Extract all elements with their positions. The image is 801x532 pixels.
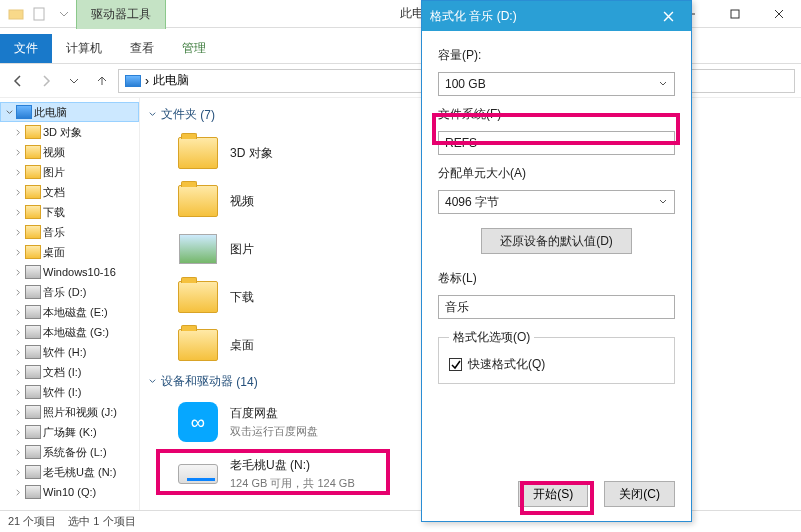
tree-item[interactable]: 文档: [0, 182, 139, 202]
dropdown-icon[interactable]: [56, 6, 72, 22]
pc-icon: [16, 105, 32, 119]
chevron-right-icon[interactable]: [14, 268, 23, 277]
dialog-close-button[interactable]: [653, 1, 683, 31]
tree-item[interactable]: 照片和视频 (J:): [0, 402, 139, 422]
tree-item[interactable]: 图片: [0, 162, 139, 182]
pictures-icon: [179, 234, 217, 264]
chevron-right-icon[interactable]: [14, 368, 23, 377]
capacity-select[interactable]: 100 GB: [438, 72, 675, 96]
quick-access-toolbar: [0, 6, 72, 22]
tree-item[interactable]: 系统备份 (L:): [0, 442, 139, 462]
filesystem-label: 文件系统(F): [438, 106, 675, 123]
tree-item[interactable]: 软件 (I:): [0, 382, 139, 402]
status-item-count: 21 个项目: [8, 514, 56, 529]
nav-history-button[interactable]: [62, 69, 86, 93]
chevron-right-icon[interactable]: [14, 188, 23, 197]
drive-icon: [25, 365, 41, 379]
volume-input[interactable]: 音乐: [438, 295, 675, 319]
drive-icon: [25, 465, 41, 479]
chevron-right-icon[interactable]: [14, 288, 23, 297]
tree-item[interactable]: 软件 (H:): [0, 342, 139, 362]
pc-icon: [125, 75, 141, 87]
chevron-down-icon: [658, 79, 668, 89]
navigation-tree[interactable]: 此电脑 3D 对象视频图片文档下载音乐桌面Windows10-16音乐 (D:)…: [0, 98, 140, 510]
tree-item[interactable]: 3D 对象: [0, 122, 139, 142]
drive-icon: [25, 405, 41, 419]
folder-icon: [25, 145, 41, 159]
chevron-right-icon[interactable]: [14, 148, 23, 157]
restore-defaults-button[interactable]: 还原设备的默认值(D): [481, 228, 632, 254]
folder-icon: [25, 245, 41, 259]
chevron-right-icon[interactable]: [14, 448, 23, 457]
tree-item[interactable]: 广场舞 (K:): [0, 422, 139, 442]
quick-format-checkbox[interactable]: 快速格式化(Q): [449, 356, 664, 373]
tree-item[interactable]: 视频: [0, 142, 139, 162]
folder-icon: [178, 185, 218, 217]
format-options-group: 格式化选项(O) 快速格式化(Q): [438, 329, 675, 384]
drive-icon: [25, 425, 41, 439]
chevron-right-icon[interactable]: [14, 208, 23, 217]
close-format-button[interactable]: 关闭(C): [604, 481, 675, 507]
folder-icon: [178, 137, 218, 169]
chevron-right-icon[interactable]: [14, 408, 23, 417]
svg-rect-2: [731, 10, 739, 18]
maximize-button[interactable]: [713, 0, 757, 28]
alloc-select[interactable]: 4096 字节: [438, 190, 675, 214]
drive-icon: [25, 325, 41, 339]
tree-item[interactable]: 下载: [0, 202, 139, 222]
chevron-right-icon[interactable]: [14, 308, 23, 317]
folder-icon: [25, 125, 41, 139]
chevron-right-icon[interactable]: [14, 168, 23, 177]
svg-rect-1: [34, 8, 44, 20]
nav-up-button[interactable]: [90, 69, 114, 93]
capacity-label: 容量(P):: [438, 47, 675, 64]
chevron-right-icon[interactable]: [14, 428, 23, 437]
chevron-right-icon[interactable]: [14, 128, 23, 137]
tree-item[interactable]: 本地磁盘 (G:): [0, 322, 139, 342]
tree-item[interactable]: 音乐 (D:): [0, 282, 139, 302]
tab-file[interactable]: 文件: [0, 34, 52, 63]
ribbon-context-group: 驱动器工具: [76, 0, 166, 29]
chevron-down-icon: [148, 377, 157, 386]
nav-back-button[interactable]: [6, 69, 30, 93]
tab-manage[interactable]: 管理: [168, 34, 220, 63]
dialog-title-text: 格式化 音乐 (D:): [430, 8, 517, 25]
tree-item[interactable]: Win10 (Q:): [0, 482, 139, 502]
nav-forward-button[interactable]: [34, 69, 58, 93]
drive-icon: [178, 464, 218, 484]
drive-icon: [25, 445, 41, 459]
chevron-right-icon[interactable]: [14, 468, 23, 477]
filesystem-select[interactable]: REFS: [438, 131, 675, 155]
tree-item[interactable]: Windows10-16: [0, 262, 139, 282]
status-selected-count: 选中 1 个项目: [68, 514, 135, 529]
chevron-right-icon[interactable]: [14, 228, 23, 237]
tree-item[interactable]: 音乐: [0, 222, 139, 242]
format-options-label: 格式化选项(O): [449, 329, 534, 346]
chevron-right-icon[interactable]: [14, 388, 23, 397]
format-dialog: 格式化 音乐 (D:) 容量(P): 100 GB 文件系统(F) REFS 分…: [421, 0, 692, 522]
drive-icon: [25, 265, 41, 279]
chevron-right-icon[interactable]: [14, 348, 23, 357]
chevron-right-icon[interactable]: [14, 488, 23, 497]
chevron-down-icon[interactable]: [5, 108, 14, 117]
folder-icon: [178, 329, 218, 361]
start-button[interactable]: 开始(S): [518, 481, 588, 507]
chevron-down-icon: [148, 110, 157, 119]
check-icon: [451, 360, 461, 370]
chevron-down-icon: [658, 197, 668, 207]
properties-icon[interactable]: [32, 6, 48, 22]
tab-view[interactable]: 查看: [116, 34, 168, 63]
tab-computer[interactable]: 计算机: [52, 34, 116, 63]
chevron-right-icon[interactable]: [14, 328, 23, 337]
chevron-down-icon: [658, 138, 668, 148]
tree-item[interactable]: 桌面: [0, 242, 139, 262]
tree-item[interactable]: 文档 (I:): [0, 362, 139, 382]
chevron-right-icon[interactable]: [14, 248, 23, 257]
folder-icon: [25, 185, 41, 199]
volume-label: 卷标(L): [438, 270, 675, 287]
drive-icon: [25, 305, 41, 319]
tree-this-pc[interactable]: 此电脑: [0, 102, 139, 122]
tree-item[interactable]: 老毛桃U盘 (N:): [0, 462, 139, 482]
tree-item[interactable]: 本地磁盘 (E:): [0, 302, 139, 322]
close-button[interactable]: [757, 0, 801, 28]
